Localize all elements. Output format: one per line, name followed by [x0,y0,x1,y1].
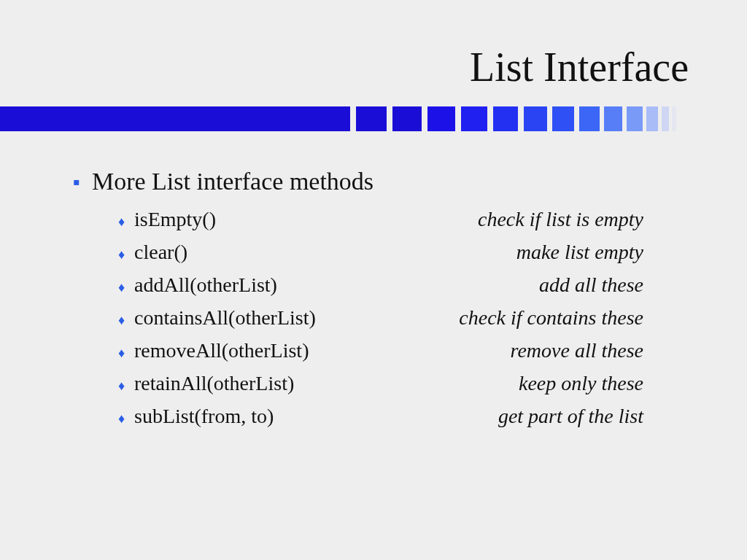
method-list: ♦isEmpty()check if list is empty♦clear()… [118,204,643,432]
method-description: add all these [539,270,643,300]
list-item: ♦subList(from, to)get part of the list [118,401,643,432]
stripe-gap [518,106,524,131]
method-name: addAll(otherList) [134,270,277,300]
method-description: keep only these [519,368,643,399]
method-name: containsAll(otherList) [134,303,316,333]
stripe-gap [387,106,392,131]
stripe-block [524,106,547,131]
method-description: check if list is empty [478,204,643,235]
method-description: check if contains these [459,303,643,333]
stripe-gap [487,106,493,131]
stripe-gap [547,106,552,131]
diamond-bullet-icon: ♦ [118,343,134,363]
method-description: get part of the list [498,401,643,432]
stripe-block [356,106,387,131]
stripe-gap [422,106,427,131]
stripe-block [662,106,669,131]
stripe-solid [0,106,350,131]
diamond-bullet-icon: ♦ [118,409,134,429]
diamond-bullet-icon: ♦ [118,376,134,396]
stripe-gap [350,106,356,131]
stripe-block [552,106,574,131]
level1-bullet: ▪ More List interface methods [73,168,689,195]
diamond-bullet-icon: ♦ [118,212,134,232]
stripe-gap [574,106,579,131]
stripe-block [461,106,487,131]
method-name: subList(from, to) [134,401,274,432]
stripe-block [627,106,643,131]
content: ▪ More List interface methods ♦isEmpty()… [73,168,689,434]
stripe-block [427,106,455,131]
method-name: retainAll(otherList) [134,368,294,399]
decorative-stripe [0,106,747,131]
method-description: make list empty [516,237,643,268]
diamond-bullet-icon: ♦ [118,278,134,298]
method-name: removeAll(otherList) [134,335,309,366]
diamond-bullet-icon: ♦ [118,311,134,330]
stripe-block [579,106,600,131]
list-item: ♦isEmpty()check if list is empty [118,204,643,235]
stripe-gap [455,106,461,131]
list-item: ♦addAll(otherList)add all these [118,270,643,300]
stripe-block [392,106,422,131]
stripe-block [646,106,658,131]
method-description: remove all these [511,335,643,366]
stripe-block [672,106,676,131]
list-item: ♦containsAll(otherList)check if contains… [118,303,643,333]
stripe-blocks [350,106,676,131]
list-item: ♦clear()make list empty [118,237,643,268]
page-title: List Interface [470,44,689,90]
slide: List Interface ▪ More List interface met… [0,0,747,560]
list-item: ♦retainAll(otherList)keep only these [118,368,643,399]
diamond-bullet-icon: ♦ [118,245,134,265]
level1-text: More List interface methods [92,168,374,195]
square-bullet-icon: ▪ [73,172,80,192]
method-name: clear() [134,237,187,268]
list-item: ♦removeAll(otherList)remove all these [118,335,643,366]
stripe-block [493,106,518,131]
stripe-block [604,106,622,131]
method-name: isEmpty() [134,204,216,235]
